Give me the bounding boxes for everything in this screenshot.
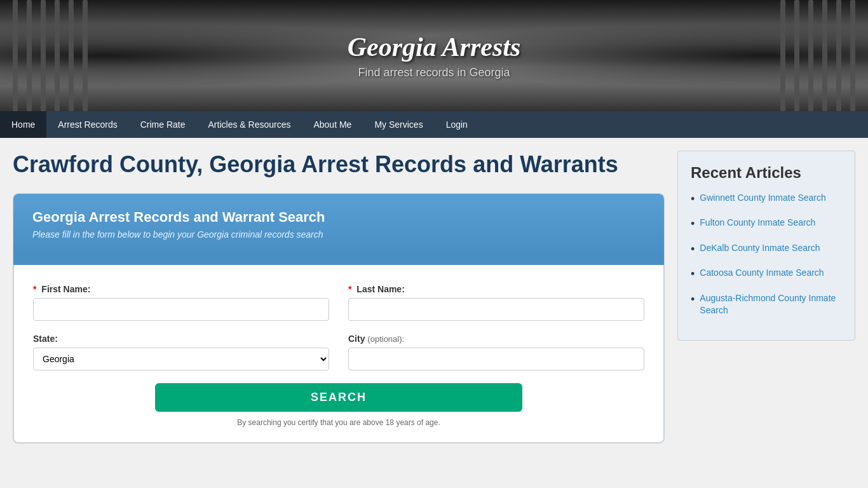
article-link-catoosa[interactable]: Catoosa County Inmate Search <box>700 267 824 280</box>
main-layout: Crawford County, Georgia Arrest Records … <box>0 138 868 456</box>
site-title: Georgia Arrests <box>348 32 521 62</box>
search-button[interactable]: SEARCH <box>155 383 522 412</box>
nav-home[interactable]: Home <box>0 111 46 138</box>
first-name-label: * First Name: <box>33 284 329 294</box>
nav-articles-resources[interactable]: Articles & Resources <box>197 111 302 138</box>
site-header: Georgia Arrests Find arrest records in G… <box>0 0 868 111</box>
city-input[interactable] <box>348 348 644 370</box>
location-row: State: Georgia City (optional): <box>33 334 644 370</box>
city-label: City (optional): <box>348 334 644 344</box>
first-name-input[interactable] <box>33 298 329 321</box>
header-content: Georgia Arrests Find arrest records in G… <box>348 32 521 79</box>
search-box-title: Georgia Arrest Records and Warrant Searc… <box>32 209 645 226</box>
list-item: Fulton County Inmate Search <box>691 217 842 231</box>
city-group: City (optional): <box>348 334 644 370</box>
last-name-label: * Last Name: <box>348 284 644 294</box>
article-link-dekalb[interactable]: DeKalb County Inmate Search <box>700 242 820 255</box>
search-disclaimer: By searching you certify that you are ab… <box>33 418 644 427</box>
list-item: DeKalb County Inmate Search <box>691 242 842 257</box>
chevron-down-icon <box>325 252 353 265</box>
recent-articles-box: Recent Articles Gwinnett County Inmate S… <box>677 151 855 341</box>
page-title: Crawford County, Georgia Arrest Records … <box>13 151 665 178</box>
search-box-header: Georgia Arrest Records and Warrant Searc… <box>13 194 664 252</box>
main-nav: Home Arrest Records Crime Rate Articles … <box>0 111 868 138</box>
search-box-wrapper: Georgia Arrest Records and Warrant Searc… <box>13 193 665 444</box>
article-link-fulton[interactable]: Fulton County Inmate Search <box>700 217 815 229</box>
article-link-augusta[interactable]: Augusta-Richmond County Inmate Search <box>700 292 842 317</box>
search-form-area: * First Name: * Last Name: <box>13 265 664 443</box>
list-item: Gwinnett County Inmate Search <box>691 192 842 207</box>
state-select[interactable]: Georgia <box>33 348 329 370</box>
article-list: Gwinnett County Inmate Search Fulton Cou… <box>691 192 842 317</box>
state-label: State: <box>33 334 329 344</box>
search-box-subtitle: Please fill in the form below to begin y… <box>32 229 645 240</box>
nav-arrest-records[interactable]: Arrest Records <box>46 111 128 138</box>
article-link-gwinnett[interactable]: Gwinnett County Inmate Search <box>700 192 825 205</box>
content-area: Crawford County, Georgia Arrest Records … <box>13 151 665 444</box>
nav-crime-rate[interactable]: Crime Rate <box>129 111 197 138</box>
state-group: State: Georgia <box>33 334 329 370</box>
bars-left-decoration <box>0 0 140 111</box>
nav-about-me[interactable]: About Me <box>302 111 363 138</box>
bars-right-decoration <box>728 0 868 111</box>
nav-my-services[interactable]: My Services <box>363 111 434 138</box>
name-row: * First Name: * Last Name: <box>33 284 644 321</box>
required-star-2: * <box>348 284 351 294</box>
first-name-group: * First Name: <box>33 284 329 321</box>
nav-login[interactable]: Login <box>435 111 479 138</box>
recent-articles-title: Recent Articles <box>691 164 842 182</box>
last-name-group: * Last Name: <box>348 284 644 321</box>
required-star: * <box>33 284 36 294</box>
sidebar: Recent Articles Gwinnett County Inmate S… <box>677 151 855 444</box>
site-subtitle: Find arrest records in Georgia <box>348 66 521 79</box>
list-item: Augusta-Richmond County Inmate Search <box>691 292 842 317</box>
arrow-divider <box>13 252 664 265</box>
last-name-input[interactable] <box>348 298 644 321</box>
list-item: Catoosa County Inmate Search <box>691 267 842 281</box>
